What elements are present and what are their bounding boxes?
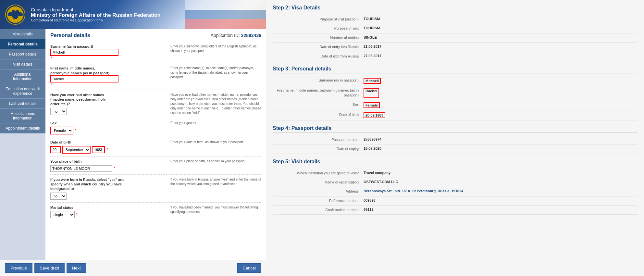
sex-row: Sex Female Male * Enter your gender xyxy=(50,118,261,137)
step5-label-2: Address xyxy=(273,189,364,194)
firstname-input[interactable] xyxy=(50,75,118,82)
dob-year-input[interactable] xyxy=(92,146,105,153)
step3-value-1: Rachel xyxy=(364,88,379,98)
step5-value-0: Travel company xyxy=(364,171,390,176)
previous-button[interactable]: Previous xyxy=(5,263,32,273)
logo xyxy=(5,4,26,25)
step4-label-0: Passport number xyxy=(273,137,364,142)
step4-section: Step 4: Passport details Passport number… xyxy=(273,125,638,154)
step4-value-0: 258695974 xyxy=(364,137,381,142)
born-russia-row: If you were born in Russia, select "yes"… xyxy=(50,175,261,203)
save-draft-button[interactable]: Save draft xyxy=(34,263,65,273)
svg-rect-8 xyxy=(16,9,18,10)
step2-row-0: Purpose of visit (section) TOURISM xyxy=(273,15,638,24)
step5-value-1: OSTWEST.COM LLC xyxy=(364,180,398,185)
surname-row: Surname (as in passport) * Enter your su… xyxy=(50,42,261,63)
sidebar-item-education[interactable]: Education and work experience xyxy=(0,84,45,99)
marital-select[interactable]: single married divorced widowed xyxy=(50,211,75,218)
pob-row: Your place of birth * Enter your place o… xyxy=(50,157,261,174)
sex-label: Sex xyxy=(50,121,115,125)
firstname-row: First name, middle names, patronymic nam… xyxy=(50,63,261,90)
header: Consular department Ministry of Foreign … xyxy=(0,0,266,29)
step2-value-0: TOURISM xyxy=(364,17,380,22)
pob-help: Enter your place of birth, as shown in y… xyxy=(170,159,261,164)
sidebar-item-last-visit[interactable]: Last visit details xyxy=(0,99,45,109)
bottom-bar: Previous Save draft Next Cancel xyxy=(0,260,266,276)
next-button[interactable]: Next xyxy=(67,263,86,273)
dob-help: Enter your date of birth, as shown in yo… xyxy=(170,140,261,144)
born-russia-select[interactable]: no yes xyxy=(50,193,67,200)
page-title: Personal details xyxy=(50,32,90,38)
step3-section: Step 3: Personal details Surname (as in … xyxy=(273,66,638,120)
dob-required: * xyxy=(107,147,108,152)
step5-section: Step 5: Visit details Which institution … xyxy=(273,159,638,215)
step3-label-3: Date of birth xyxy=(273,112,364,118)
sidebar: Visa details Personal details Passport d… xyxy=(0,29,45,260)
step5-row-1: Name of organization OSTWEST.COM LLC xyxy=(273,178,638,187)
sex-required: * xyxy=(75,128,76,133)
step4-row-1: Date of expiry 16.07.2020 xyxy=(273,144,638,154)
firstname-help: Enter your first name(s), middle name(s)… xyxy=(170,66,261,80)
right-panel: Step 2: Visa Details Purpose of visit (s… xyxy=(266,0,644,276)
sidebar-item-misc[interactable]: Miscellaneous information xyxy=(0,109,45,123)
step3-row-3: Date of birth 20.09.1983 xyxy=(273,110,638,120)
sex-help: Enter your gender xyxy=(170,121,261,125)
sidebar-item-personal-details[interactable]: Personal details xyxy=(0,39,45,49)
sidebar-item-visa-details[interactable]: Visa details xyxy=(0,29,45,39)
svg-rect-7 xyxy=(12,9,14,10)
surname-label: Surname (as in passport) xyxy=(50,44,115,49)
step2-row-4: Date of exit from Russia 27.06.2017 xyxy=(273,52,638,61)
born-russia-label: If you were born in Russia, select "yes"… xyxy=(50,177,135,191)
step5-row-4: Confirmation number 69112 xyxy=(273,206,638,215)
cancel-button[interactable]: Cancel xyxy=(237,263,261,273)
step2-label-1: Purpose of visit xyxy=(273,26,364,31)
app-id: Application ID: 22893426 xyxy=(211,33,261,38)
pob-required: * xyxy=(114,166,115,171)
step2-value-3: 21.06.2017 xyxy=(364,44,381,49)
step2-row-3: Date of entry into Russia 21.06.2017 xyxy=(273,43,638,52)
step5-value-2: Hersonskaya Str., bld. 1/7 A, St Petersb… xyxy=(364,189,463,194)
step5-row-2: Address Hersonskaya Str., bld. 1/7 A, St… xyxy=(273,187,638,196)
step5-value-3: 009893 xyxy=(364,198,376,203)
sidebar-item-visit-details[interactable]: Visit details xyxy=(0,59,45,69)
marital-help: If you have/had been married, you must a… xyxy=(170,205,261,214)
pob-label: Your place of birth xyxy=(50,159,115,164)
sidebar-item-passport-details[interactable]: Passport details xyxy=(0,49,45,59)
dob-row: Date of birth Septembe JanuaryFebruaryMa… xyxy=(50,137,261,157)
dept-name: Consular department xyxy=(31,7,160,12)
step3-row-2: Sex Female xyxy=(273,100,638,110)
step2-label-0: Purpose of visit (section) xyxy=(273,17,364,22)
ministry-name: Ministry of Foreign Affairs of the Russi… xyxy=(31,12,160,18)
step5-value-4: 69112 xyxy=(364,207,374,212)
sidebar-item-additional-info[interactable]: Additional information xyxy=(0,69,45,84)
step2-label-2: Number of entries xyxy=(273,35,364,40)
dob-month-select[interactable]: Septembe JanuaryFebruaryMarch AprilMayJu… xyxy=(62,146,91,154)
form-area: Personal details Application ID: 2289342… xyxy=(45,29,266,260)
page-title-bar: Personal details Application ID: 2289342… xyxy=(50,32,261,38)
step2-heading: Step 2: Visa Details xyxy=(273,5,638,12)
step5-heading: Step 5: Visit details xyxy=(273,159,638,166)
sex-select[interactable]: Female Male xyxy=(50,127,73,134)
marital-row: Marital status single married divorced w… xyxy=(50,203,261,221)
step3-value-0: Mitchell xyxy=(364,78,381,84)
step3-row-1: First name, middle names, patronymic nam… xyxy=(273,86,638,100)
dob-day-input[interactable] xyxy=(50,146,61,153)
step2-value-1: TOURISM xyxy=(364,26,380,31)
pob-input[interactable] xyxy=(50,165,112,172)
step2-value-4: 27.06.2017 xyxy=(364,54,381,59)
step3-row-0: Surname (as in passport) Mitchell xyxy=(273,76,638,86)
step2-section: Step 2: Visa Details Purpose of visit (s… xyxy=(273,5,638,61)
sidebar-item-appointment[interactable]: Appointment details xyxy=(0,123,45,133)
born-russia-help: If you were born in Russia, answer "yes"… xyxy=(170,177,261,186)
step3-value-3: 20.09.1983 xyxy=(364,112,385,118)
step5-row-3: Reference number 009893 xyxy=(273,196,638,206)
surname-input[interactable] xyxy=(50,49,118,56)
step3-value-2: Female xyxy=(364,102,380,108)
header-text: Consular department Ministry of Foreign … xyxy=(31,7,160,22)
step5-label-3: Reference number xyxy=(273,198,364,203)
step5-label-0: Which institution you are going to visit… xyxy=(273,171,364,176)
marital-label: Marital status xyxy=(50,205,115,210)
other-names-select[interactable]: no yes xyxy=(50,108,67,115)
step4-heading: Step 4: Passport details xyxy=(273,125,638,133)
step4-row-0: Passport number 258695974 xyxy=(273,135,638,144)
